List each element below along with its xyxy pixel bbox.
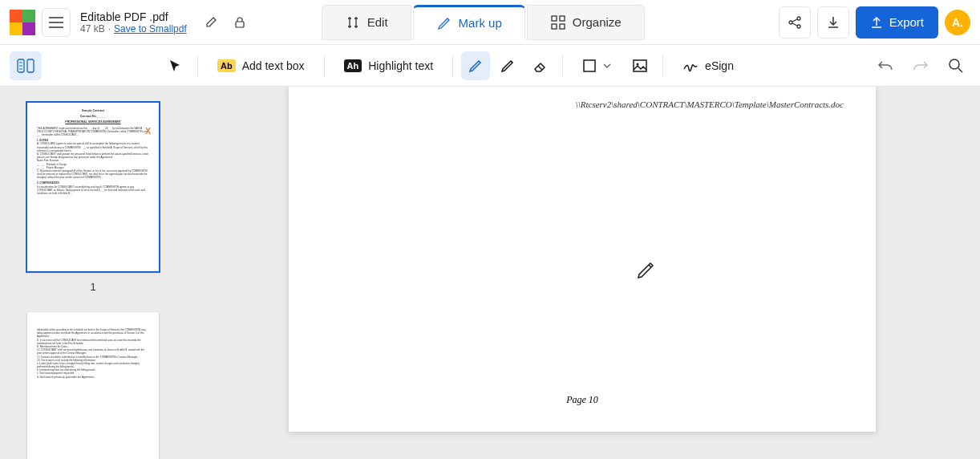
markup-toolbar: Ab Add text box Ah Highlight text eSign [0,45,980,87]
lock-icon[interactable] [229,11,251,34]
svg-rect-2 [560,16,565,21]
add-text-box-tool[interactable]: Ab Add text box [206,51,316,80]
esign-tool[interactable]: eSign [671,51,745,80]
tab-organize[interactable]: Organize [527,5,645,40]
page-thumbnail-2[interactable]: deliverable within according to the sche… [27,312,159,459]
hamburger-menu-button[interactable] [42,8,71,37]
smallpdf-logo[interactable] [10,10,35,35]
select-tool[interactable] [160,51,189,80]
mode-tabs: Edit Mark up Organize [321,5,646,40]
svg-rect-3 [552,24,557,29]
thumb-annotation-x: X [145,127,151,136]
svg-point-7 [797,25,800,28]
ab-icon: Ab [217,59,236,72]
pdf-page[interactable]: \\Rtcserv2\shared\CONTRACT\MASTERCO\Temp… [289,87,876,432]
download-button[interactable] [817,6,849,39]
pencil-tool[interactable] [461,51,490,80]
content-area: X Sample Contract Contract No.______ PRO… [0,87,980,459]
svg-rect-10 [584,60,595,71]
svg-rect-1 [552,16,557,21]
page-number-label: 1 [11,281,175,293]
document-viewport[interactable]: \\Rtcserv2\shared\CONTRACT\MASTERCO\Temp… [186,87,980,459]
save-to-smallpdf-link[interactable]: Save to Smallpdf [114,23,187,35]
ah-icon: Ah [344,59,362,72]
highlight-text-tool[interactable]: Ah Highlight text [333,51,445,80]
app-header: Editable PDF .pdf 47 kB · Save to Smallp… [0,0,980,45]
svg-rect-9 [27,59,34,72]
edit-filename-button[interactable] [200,11,222,34]
tab-edit[interactable]: Edit [322,5,411,40]
undo-button[interactable] [871,51,900,80]
file-name: Editable PDF .pdf [80,10,187,23]
pencil-cursor-icon [635,260,656,281]
file-info: Editable PDF .pdf 47 kB · Save to Smallp… [80,10,187,35]
image-tool[interactable] [626,51,654,80]
search-button[interactable] [942,51,970,80]
file-size: 47 kB [80,23,105,35]
svg-rect-11 [634,60,646,71]
panel-toggle-button[interactable] [10,51,42,80]
user-avatar[interactable]: A. [945,10,970,35]
page-footer: Page 10 [289,394,876,406]
header-actions: Export A. [779,6,970,39]
svg-point-6 [797,17,800,20]
shape-tool[interactable] [571,51,622,80]
chevron-down-icon [603,63,611,68]
svg-point-13 [950,59,959,69]
export-button[interactable]: Export [856,6,938,39]
thumbnail-sidebar[interactable]: X Sample Contract Contract No.______ PRO… [0,87,186,459]
svg-rect-4 [560,24,565,29]
svg-point-5 [789,21,792,24]
eraser-tool[interactable] [525,51,554,80]
svg-rect-0 [236,22,244,27]
page-thumbnail-1[interactable]: X Sample Contract Contract No.______ PRO… [27,103,159,271]
file-meta: 47 kB · Save to Smallpdf [80,23,187,35]
share-button[interactable] [779,6,811,39]
document-path: \\Rtcserv2\shared\CONTRACT\MASTERCO\Temp… [321,100,844,109]
highlighter-tool[interactable] [493,51,522,80]
redo-button[interactable] [906,51,935,80]
tab-markup[interactable]: Mark up [413,5,525,40]
